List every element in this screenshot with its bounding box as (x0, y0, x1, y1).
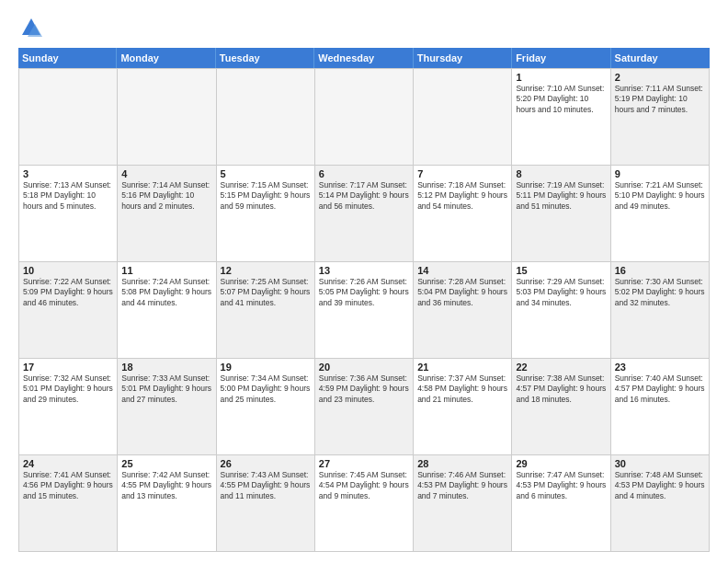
calendar-cell (217, 69, 315, 166)
day-info: Sunrise: 7:24 AM Sunset: 5:08 PM Dayligh… (121, 277, 211, 308)
day-info: Sunrise: 7:34 AM Sunset: 5:00 PM Dayligh… (221, 373, 311, 405)
calendar-cell: 11Sunrise: 7:24 AM Sunset: 5:08 PM Dayli… (118, 262, 216, 359)
day-info: Sunrise: 7:19 AM Sunset: 5:11 PM Dayligh… (516, 180, 606, 212)
calendar-cell (118, 69, 216, 166)
calendar-cell: 1Sunrise: 7:10 AM Sunset: 5:20 PM Daylig… (512, 69, 610, 166)
weekday-header-monday: Monday (117, 48, 215, 68)
day-number: 8 (516, 168, 606, 179)
day-info: Sunrise: 7:38 AM Sunset: 4:57 PM Dayligh… (516, 373, 606, 405)
page: SundayMondayTuesdayWednesdayThursdayFrid… (0, 0, 728, 563)
day-number: 14 (417, 265, 507, 276)
day-info: Sunrise: 7:25 AM Sunset: 5:07 PM Dayligh… (221, 277, 311, 308)
day-info: Sunrise: 7:48 AM Sunset: 4:53 PM Dayligh… (615, 470, 705, 501)
calendar-cell: 29Sunrise: 7:47 AM Sunset: 4:53 PM Dayli… (512, 455, 610, 552)
calendar-cell: 7Sunrise: 7:18 AM Sunset: 5:12 PM Daylig… (414, 166, 512, 262)
day-number: 17 (23, 362, 113, 373)
day-info: Sunrise: 7:14 AM Sunset: 5:16 PM Dayligh… (121, 180, 211, 212)
day-info: Sunrise: 7:18 AM Sunset: 5:12 PM Dayligh… (417, 180, 507, 212)
day-number: 29 (516, 458, 606, 469)
day-info: Sunrise: 7:15 AM Sunset: 5:15 PM Dayligh… (221, 180, 311, 212)
day-number: 12 (221, 265, 311, 276)
day-number: 30 (615, 458, 705, 469)
day-number: 7 (417, 168, 507, 179)
day-info: Sunrise: 7:45 AM Sunset: 4:54 PM Dayligh… (319, 470, 409, 501)
day-info: Sunrise: 7:40 AM Sunset: 4:57 PM Dayligh… (615, 373, 705, 405)
calendar-row-1: 1Sunrise: 7:10 AM Sunset: 5:20 PM Daylig… (19, 69, 710, 166)
calendar-cell: 20Sunrise: 7:36 AM Sunset: 4:59 PM Dayli… (315, 359, 414, 455)
calendar-cell: 22Sunrise: 7:38 AM Sunset: 4:57 PM Dayli… (512, 359, 610, 455)
day-number: 1 (516, 72, 606, 83)
calendar-cell: 28Sunrise: 7:46 AM Sunset: 4:53 PM Dayli… (414, 455, 512, 552)
day-info: Sunrise: 7:36 AM Sunset: 4:59 PM Dayligh… (319, 373, 409, 405)
day-info: Sunrise: 7:47 AM Sunset: 4:53 PM Dayligh… (516, 470, 606, 501)
calendar-cell: 25Sunrise: 7:42 AM Sunset: 4:55 PM Dayli… (118, 455, 216, 552)
day-number: 25 (121, 458, 211, 469)
header (18, 15, 710, 40)
day-info: Sunrise: 7:32 AM Sunset: 5:01 PM Dayligh… (23, 373, 113, 405)
day-number: 6 (319, 168, 409, 179)
day-info: Sunrise: 7:42 AM Sunset: 4:55 PM Dayligh… (121, 470, 211, 501)
calendar-header: SundayMondayTuesdayWednesdayThursdayFrid… (18, 48, 710, 68)
day-info: Sunrise: 7:37 AM Sunset: 4:58 PM Dayligh… (417, 373, 507, 405)
calendar: SundayMondayTuesdayWednesdayThursdayFrid… (18, 48, 710, 552)
day-number: 10 (23, 265, 113, 276)
day-number: 3 (23, 168, 113, 179)
calendar-cell: 9Sunrise: 7:21 AM Sunset: 5:10 PM Daylig… (611, 166, 710, 262)
day-info: Sunrise: 7:30 AM Sunset: 5:02 PM Dayligh… (615, 277, 705, 308)
day-info: Sunrise: 7:11 AM Sunset: 5:19 PM Dayligh… (615, 84, 705, 115)
day-number: 27 (319, 458, 409, 469)
day-number: 26 (221, 458, 311, 469)
calendar-cell (315, 69, 414, 166)
day-number: 2 (615, 72, 705, 83)
logo-icon (18, 15, 44, 40)
day-number: 22 (516, 362, 606, 373)
calendar-cell: 17Sunrise: 7:32 AM Sunset: 5:01 PM Dayli… (19, 359, 118, 455)
calendar-row-3: 10Sunrise: 7:22 AM Sunset: 5:09 PM Dayli… (19, 262, 710, 359)
calendar-cell: 4Sunrise: 7:14 AM Sunset: 5:16 PM Daylig… (118, 166, 216, 262)
calendar-cell (19, 69, 118, 166)
day-number: 21 (417, 362, 507, 373)
day-number: 18 (121, 362, 211, 373)
day-number: 9 (615, 168, 705, 179)
calendar-cell: 19Sunrise: 7:34 AM Sunset: 5:00 PM Dayli… (217, 359, 315, 455)
calendar-cell: 24Sunrise: 7:41 AM Sunset: 4:56 PM Dayli… (19, 455, 118, 552)
calendar-cell: 13Sunrise: 7:26 AM Sunset: 5:05 PM Dayli… (315, 262, 414, 359)
logo (18, 15, 48, 40)
day-number: 19 (221, 362, 311, 373)
calendar-cell: 30Sunrise: 7:48 AM Sunset: 4:53 PM Dayli… (611, 455, 710, 552)
weekday-header-wednesday: Wednesday (314, 48, 413, 68)
calendar-cell (414, 69, 512, 166)
day-number: 28 (417, 458, 507, 469)
day-number: 15 (516, 265, 606, 276)
calendar-cell: 26Sunrise: 7:43 AM Sunset: 4:55 PM Dayli… (217, 455, 315, 552)
day-info: Sunrise: 7:21 AM Sunset: 5:10 PM Dayligh… (615, 180, 705, 212)
calendar-cell: 8Sunrise: 7:19 AM Sunset: 5:11 PM Daylig… (512, 166, 610, 262)
day-number: 4 (121, 168, 211, 179)
calendar-row-4: 17Sunrise: 7:32 AM Sunset: 5:01 PM Dayli… (19, 359, 710, 455)
day-info: Sunrise: 7:43 AM Sunset: 4:55 PM Dayligh… (221, 470, 311, 501)
weekday-header-tuesday: Tuesday (216, 48, 314, 68)
day-number: 16 (615, 265, 705, 276)
calendar-row-5: 24Sunrise: 7:41 AM Sunset: 4:56 PM Dayli… (19, 455, 710, 552)
calendar-cell: 2Sunrise: 7:11 AM Sunset: 5:19 PM Daylig… (611, 69, 710, 166)
day-number: 24 (23, 458, 113, 469)
day-info: Sunrise: 7:26 AM Sunset: 5:05 PM Dayligh… (319, 277, 409, 308)
day-number: 13 (319, 265, 409, 276)
day-info: Sunrise: 7:46 AM Sunset: 4:53 PM Dayligh… (417, 470, 507, 501)
weekday-header-friday: Friday (512, 48, 610, 68)
calendar-cell: 12Sunrise: 7:25 AM Sunset: 5:07 PM Dayli… (217, 262, 315, 359)
day-info: Sunrise: 7:29 AM Sunset: 5:03 PM Dayligh… (516, 277, 606, 308)
weekday-header-sunday: Sunday (18, 48, 117, 68)
calendar-cell: 15Sunrise: 7:29 AM Sunset: 5:03 PM Dayli… (512, 262, 610, 359)
calendar-cell: 3Sunrise: 7:13 AM Sunset: 5:18 PM Daylig… (19, 166, 118, 262)
calendar-cell: 10Sunrise: 7:22 AM Sunset: 5:09 PM Dayli… (19, 262, 118, 359)
calendar-cell: 23Sunrise: 7:40 AM Sunset: 4:57 PM Dayli… (611, 359, 710, 455)
calendar-cell: 5Sunrise: 7:15 AM Sunset: 5:15 PM Daylig… (217, 166, 315, 262)
day-info: Sunrise: 7:17 AM Sunset: 5:14 PM Dayligh… (319, 180, 409, 212)
calendar-cell: 21Sunrise: 7:37 AM Sunset: 4:58 PM Dayli… (414, 359, 512, 455)
calendar-cell: 27Sunrise: 7:45 AM Sunset: 4:54 PM Dayli… (315, 455, 414, 552)
calendar-cell: 14Sunrise: 7:28 AM Sunset: 5:04 PM Dayli… (414, 262, 512, 359)
calendar-body: 1Sunrise: 7:10 AM Sunset: 5:20 PM Daylig… (18, 68, 710, 552)
weekday-header-saturday: Saturday (611, 48, 710, 68)
calendar-cell: 6Sunrise: 7:17 AM Sunset: 5:14 PM Daylig… (315, 166, 414, 262)
